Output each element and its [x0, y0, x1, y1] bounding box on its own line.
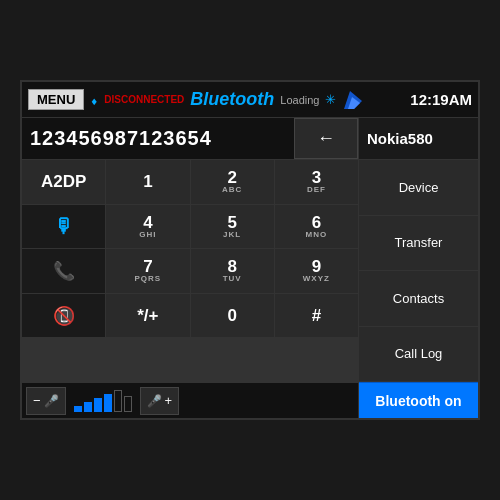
volume-down-button[interactable]: − 🎤 — [26, 387, 66, 415]
loading-text: Loading — [280, 94, 319, 106]
key-1[interactable]: 1 — [106, 160, 189, 204]
key-star-plus[interactable]: */+ — [106, 294, 189, 338]
right-panel: Nokia580 Device Transfer Contacts Call L… — [358, 118, 478, 418]
key-6[interactable]: 6 MNO — [275, 205, 358, 249]
plus-icon: + — [165, 393, 173, 408]
key-4[interactable]: 4 GHI — [106, 205, 189, 249]
call-icon: 📞 — [53, 260, 75, 282]
time-display: 12:19AM — [410, 91, 472, 108]
display-row: 123456987123654 ← — [22, 118, 358, 160]
key-7[interactable]: 7 PQRS — [106, 249, 189, 293]
key-a2dp[interactable]: A2DP — [22, 160, 105, 204]
keypad-grid: A2DP 1 2 ABC 3 DEF 🎙 4 — [22, 160, 358, 382]
vol-bar-2 — [84, 402, 92, 412]
call-button[interactable]: 📞 — [22, 249, 105, 293]
bluetooth-icon: ⬧ — [90, 92, 98, 108]
vol-bar-5 — [114, 390, 122, 412]
vol-bar-3 — [94, 398, 102, 412]
vol-bar-6 — [124, 396, 132, 412]
key-9[interactable]: 9 WXYZ — [275, 249, 358, 293]
volume-indicator — [70, 390, 136, 412]
mic-small-icon: 🎤 — [44, 394, 59, 408]
hangup-icon: 📵 — [53, 305, 75, 327]
keypad-area: 123456987123654 ← A2DP 1 2 ABC 3 DEF — [22, 118, 358, 418]
bluetooth-label: Bluetooth — [190, 89, 274, 110]
loading-spinner-icon: ✳ — [325, 92, 336, 107]
mute-icon: 🎙 — [54, 215, 74, 238]
volume-up-button[interactable]: 🎤 + — [140, 387, 180, 415]
contacts-button[interactable]: Contacts — [359, 271, 478, 327]
disconnected-status: DISCONNECTED — [104, 94, 184, 105]
call-log-button[interactable]: Call Log — [359, 327, 478, 383]
transfer-button[interactable]: Transfer — [359, 216, 478, 272]
bluetooth-on-button[interactable]: Bluetooth on — [359, 382, 478, 418]
key-5[interactable]: 5 JKL — [191, 205, 274, 249]
header-bar: MENU ⬧ DISCONNECTED Bluetooth Loading ✳ … — [22, 82, 478, 118]
number-display: 123456987123654 — [22, 118, 294, 159]
signal-icon — [342, 89, 364, 111]
mute-button[interactable]: 🎙 — [22, 205, 105, 249]
vol-bar-1 — [74, 406, 82, 412]
hangup-button[interactable]: 📵 — [22, 294, 105, 338]
menu-button[interactable]: MENU — [28, 89, 84, 110]
minus-icon: − — [33, 393, 41, 408]
key-3[interactable]: 3 DEF — [275, 160, 358, 204]
mic-plus-icon: 🎤 — [147, 394, 162, 408]
key-8[interactable]: 8 TUV — [191, 249, 274, 293]
backspace-button[interactable]: ← — [294, 118, 358, 159]
device-button[interactable]: Device — [359, 160, 478, 216]
key-hash[interactable]: # — [275, 294, 358, 338]
bottom-bar: − 🎤 🎤 + — [22, 382, 358, 418]
main-area: 123456987123654 ← A2DP 1 2 ABC 3 DEF — [22, 118, 478, 418]
device-name-display: Nokia580 — [359, 118, 478, 160]
main-screen: MENU ⬧ DISCONNECTED Bluetooth Loading ✳ … — [20, 80, 480, 420]
vol-bar-4 — [104, 394, 112, 412]
key-2[interactable]: 2 ABC — [191, 160, 274, 204]
key-0[interactable]: 0 — [191, 294, 274, 338]
